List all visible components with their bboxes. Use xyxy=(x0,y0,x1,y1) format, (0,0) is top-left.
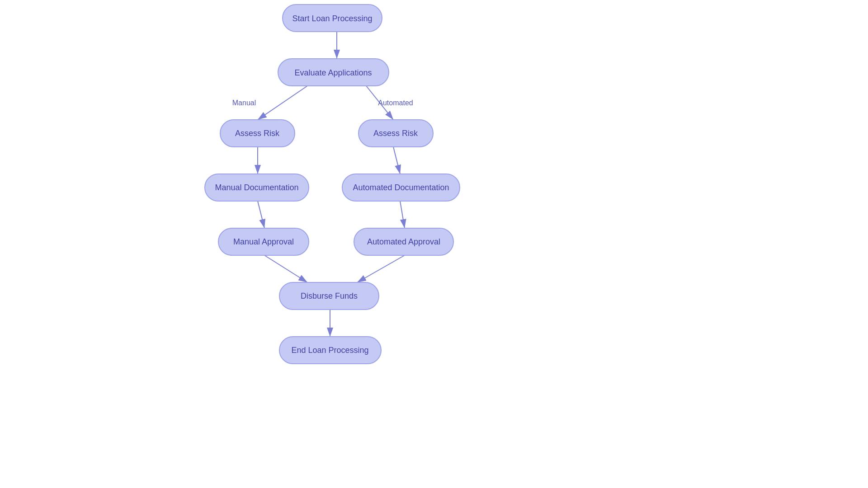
node-disburse-label: Disburse Funds xyxy=(301,291,358,300)
node-start-label: Start Loan Processing xyxy=(292,14,372,23)
arrow-doc-manual-approval-manual xyxy=(258,201,264,228)
node-assess-auto-label: Assess Risk xyxy=(373,129,418,138)
arrow-evaluate-assess-manual xyxy=(258,86,307,120)
diagram-svg: Start Loan Processing Evaluate Applicati… xyxy=(0,0,868,488)
arrow-approval-auto-disburse xyxy=(357,255,405,282)
node-doc-auto-label: Automated Documentation xyxy=(353,183,449,192)
node-approval-manual-label: Manual Approval xyxy=(233,237,294,246)
node-assess-manual-label: Assess Risk xyxy=(235,129,280,138)
node-evaluate-label: Evaluate Applications xyxy=(294,68,372,77)
arrow-assess-auto-doc-auto xyxy=(393,147,400,174)
label-manual: Manual xyxy=(232,99,256,107)
node-end-label: End Loan Processing xyxy=(291,346,368,355)
label-automated: Automated xyxy=(378,99,413,107)
arrow-approval-manual-disburse xyxy=(264,255,307,282)
arrow-doc-auto-approval-auto xyxy=(400,201,405,228)
node-approval-auto-label: Automated Approval xyxy=(367,237,440,246)
node-doc-manual-label: Manual Documentation xyxy=(215,183,298,192)
flowchart-container: Start Loan Processing Evaluate Applicati… xyxy=(0,0,868,488)
